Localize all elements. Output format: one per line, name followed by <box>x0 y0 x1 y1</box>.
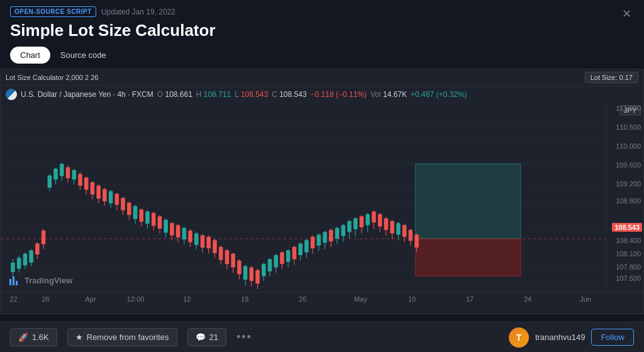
svg-rect-17 <box>23 254 27 265</box>
y-label-4: 109.200 <box>616 180 641 188</box>
rocket-icon: 🚀 <box>18 332 28 342</box>
chart-topbar: Lot Size Calculator 2,000 2 26 Lot Size:… <box>1 69 643 86</box>
x-label-12: 12 <box>183 295 191 303</box>
svg-rect-53 <box>133 206 137 219</box>
svg-rect-95 <box>262 264 265 276</box>
svg-rect-33 <box>72 170 75 179</box>
close-button[interactable]: ✕ <box>619 6 634 21</box>
svg-rect-148 <box>16 281 18 285</box>
svg-rect-51 <box>127 203 131 215</box>
tradingview-text: TradingView <box>25 276 72 285</box>
ohlc-open: O 108.661 <box>157 90 192 99</box>
svg-rect-47 <box>115 194 119 205</box>
svg-rect-35 <box>78 174 82 185</box>
tab-source[interactable]: Source code <box>50 47 116 64</box>
y-label-0: 111.000 <box>616 105 641 112</box>
tradingview-logo: TradingView <box>8 274 72 287</box>
symbol-name: U.S. Dollar / Japanese Yen · 4h · FXCM <box>21 90 153 99</box>
svg-rect-27 <box>53 169 57 179</box>
svg-rect-41 <box>96 186 100 199</box>
x-label-apr: Apr <box>86 295 96 303</box>
svg-rect-39 <box>91 182 94 194</box>
svg-rect-89 <box>243 266 247 280</box>
favorites-button[interactable]: ★ Remove from favorites <box>67 328 177 346</box>
svg-rect-101 <box>280 253 284 264</box>
candles-chart <box>1 103 606 307</box>
svg-rect-141 <box>402 225 406 237</box>
svg-rect-93 <box>255 270 259 284</box>
favorites-label: Remove from favorites <box>87 332 169 342</box>
svg-rect-13 <box>11 263 14 272</box>
lot-size-badge: Lot Size: 0.17 <box>585 72 638 83</box>
svg-rect-145 <box>414 235 418 248</box>
updated-text: Updated Jan 19, 2022 <box>101 8 175 16</box>
svg-rect-131 <box>372 212 375 222</box>
y-label-5: 108.800 <box>616 197 641 205</box>
svg-rect-25 <box>48 176 52 188</box>
svg-rect-121 <box>341 225 345 236</box>
y-label-6: 108.400 <box>616 237 641 244</box>
chart-body: JPY 111.000 110.500 110.000 109.600 109.… <box>1 103 643 292</box>
follow-button[interactable]: Follow <box>591 329 634 346</box>
x-label-26: 26 <box>42 295 49 303</box>
y-label-1: 110.500 <box>616 123 641 131</box>
svg-rect-43 <box>103 189 106 201</box>
svg-rect-135 <box>384 219 388 230</box>
svg-rect-19 <box>29 251 33 263</box>
svg-rect-129 <box>365 214 369 225</box>
chart-container: Lot Size Calculator 2,000 2 26 Lot Size:… <box>0 69 644 314</box>
x-axis: 22 26 Apr 12:00 12 19 26 May 10 17 24 Ju… <box>1 292 643 305</box>
page-title: Simple Lot Size Calculator <box>10 21 634 40</box>
bottom-bar: 🚀 1.6K ★ Remove from favorites 💬 21 ••• … <box>0 322 644 352</box>
x-label-19: 19 <box>241 295 248 303</box>
x-label-26b: 26 <box>299 295 306 303</box>
svg-rect-37 <box>84 178 88 190</box>
svg-rect-125 <box>353 219 357 229</box>
ohlc-vol: Vol 14.67K <box>370 90 407 99</box>
svg-rect-29 <box>60 164 64 176</box>
svg-rect-139 <box>396 223 400 234</box>
svg-rect-111 <box>311 237 314 248</box>
x-label-22: 22 <box>9 295 17 303</box>
y-label-2: 110.000 <box>616 142 641 150</box>
svg-rect-59 <box>152 213 155 226</box>
rocket-button[interactable]: 🚀 1.6K <box>10 328 57 346</box>
avatar: T <box>509 327 529 348</box>
username: trananhvu149 <box>535 332 586 342</box>
comment-icon: 💬 <box>196 332 206 342</box>
symbol-flag-icon <box>6 89 17 100</box>
svg-rect-45 <box>109 191 113 203</box>
svg-rect-31 <box>66 167 70 178</box>
ohlc-low: L 108.543 <box>235 90 268 99</box>
x-label-jun: Jun <box>580 295 591 303</box>
svg-rect-10 <box>415 164 521 239</box>
svg-rect-23 <box>42 230 45 244</box>
svg-rect-143 <box>409 230 413 241</box>
tradingview-icon <box>8 274 21 287</box>
svg-rect-75 <box>201 236 204 247</box>
svg-rect-57 <box>145 212 149 224</box>
svg-rect-99 <box>274 255 278 267</box>
svg-rect-63 <box>164 220 167 233</box>
x-label-1200: 12:00 <box>127 295 145 303</box>
svg-rect-69 <box>182 228 186 239</box>
svg-rect-67 <box>176 225 180 237</box>
tab-chart[interactable]: Chart <box>10 47 50 64</box>
svg-rect-77 <box>207 237 211 248</box>
svg-rect-81 <box>219 247 223 260</box>
svg-rect-87 <box>237 261 241 275</box>
svg-rect-73 <box>194 234 198 245</box>
y-label-9: 107.500 <box>616 275 641 282</box>
svg-rect-123 <box>347 221 351 232</box>
svg-rect-133 <box>378 214 382 226</box>
more-button[interactable]: ••• <box>236 331 252 344</box>
svg-rect-105 <box>292 247 296 259</box>
svg-rect-83 <box>225 251 229 264</box>
comments-button[interactable]: 💬 21 <box>187 328 226 346</box>
svg-rect-119 <box>335 228 339 239</box>
svg-rect-71 <box>188 230 192 242</box>
header: OPEN-SOURCE SCRIPT Updated Jan 19, 2022 … <box>0 0 644 40</box>
svg-rect-91 <box>250 268 253 281</box>
svg-rect-103 <box>286 251 290 262</box>
x-label-may: May <box>354 295 367 303</box>
